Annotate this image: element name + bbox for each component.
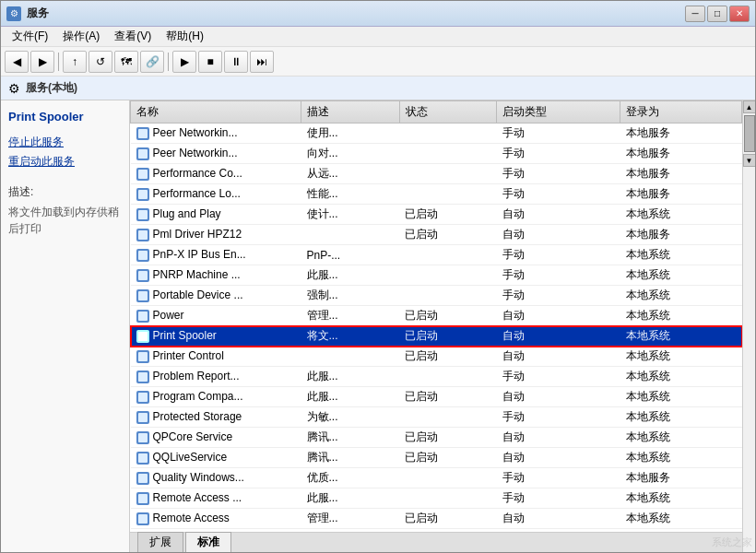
stop-button[interactable]: ■ <box>198 51 222 73</box>
service-status <box>399 265 496 286</box>
table-row[interactable]: Remote Access ...此服...手动本地系统 <box>131 488 742 509</box>
service-desc: 此服... <box>301 265 400 286</box>
table-row[interactable]: PNRP Machine ...此服...手动本地系统 <box>131 265 742 286</box>
service-status: 已启动 <box>399 509 496 529</box>
service-logon: 本地系统 <box>620 245 742 265</box>
service-status <box>399 144 496 164</box>
menu-help[interactable]: 帮助(H) <box>159 27 211 46</box>
table-row[interactable]: Plug and Play使计...已启动自动本地系统 <box>131 205 742 225</box>
service-startup: 手动 <box>497 124 620 144</box>
start-button[interactable]: ▶ <box>172 51 196 73</box>
close-button[interactable]: ✕ <box>729 6 750 22</box>
table-row[interactable]: PnP-X IP Bus En...PnP-...手动本地系统 <box>131 245 742 265</box>
service-startup: 自动 <box>497 428 620 448</box>
service-status <box>399 488 496 509</box>
service-icon <box>136 249 149 262</box>
service-name-cell: Remote Access <box>131 509 301 529</box>
table-row[interactable]: Problem Report...此服...手动本地系统 <box>131 367 742 387</box>
service-startup: 自动 <box>497 509 620 529</box>
stop-service-link[interactable]: 停止此服务 <box>8 135 122 150</box>
table-row[interactable]: Print Spooler将文...已启动自动本地系统 <box>131 326 742 347</box>
service-desc: 使计... <box>301 205 400 225</box>
service-icon <box>136 269 149 282</box>
service-desc: 将文... <box>301 326 400 347</box>
table-row[interactable]: Portable Device ...强制...手动本地系统 <box>131 286 742 306</box>
table-row[interactable]: Remote Access管理...已启动自动本地系统 <box>131 509 742 529</box>
service-icon <box>136 371 149 383</box>
service-logon: 本地系统 <box>620 509 742 529</box>
table-row[interactable]: Program Compa...此服...已启动自动本地系统 <box>131 387 742 407</box>
service-startup: 自动 <box>497 387 620 407</box>
service-desc <box>301 225 400 245</box>
maximize-button[interactable]: □ <box>707 6 727 22</box>
service-icon <box>136 208 149 221</box>
service-startup: 手动 <box>497 144 620 164</box>
table-row[interactable]: Printer Control已启动自动本地系统 <box>131 347 742 367</box>
service-logon: 本地系统 <box>620 387 742 407</box>
table-row[interactable]: Power管理...已启动自动本地系统 <box>131 306 742 326</box>
table-row[interactable]: Peer Networkin...使用...手动本地服务 <box>131 124 742 144</box>
back-button[interactable]: ◀ <box>5 51 29 73</box>
service-logon: 本地服务 <box>620 144 742 164</box>
table-row[interactable]: Peer Networkin...向对...手动本地服务 <box>131 144 742 164</box>
service-name-cell: QPCore Service <box>131 428 301 448</box>
table-row[interactable]: Protected Storage为敏...手动本地系统 <box>131 407 742 428</box>
service-logon: 本地系统 <box>620 347 742 367</box>
service-list-scroll[interactable]: 名称 描述 状态 启动类型 登录为 Peer Networkin...使用...… <box>130 100 742 532</box>
service-name-cell: Problem Report... <box>131 367 301 387</box>
menu-file[interactable]: 文件(F) <box>5 27 55 46</box>
table-row[interactable]: Performance Lo...性能...手动本地服务 <box>131 184 742 205</box>
service-startup: 手动 <box>497 468 620 488</box>
service-startup: 自动 <box>497 326 620 347</box>
col-logon[interactable]: 登录为 <box>620 101 742 124</box>
menu-bar: 文件(F) 操作(A) 查看(V) 帮助(H) <box>1 27 755 47</box>
service-status <box>399 124 496 144</box>
up-button[interactable]: ↑ <box>63 51 87 73</box>
col-status[interactable]: 状态 <box>399 101 496 124</box>
service-startup: 手动 <box>497 184 620 205</box>
table-row[interactable]: QPCore Service腾讯...已启动自动本地系统 <box>131 428 742 448</box>
table-row[interactable]: Pml Driver HPZ12已启动自动本地服务 <box>131 225 742 245</box>
address-icon: ⚙ <box>8 81 20 96</box>
left-panel: Print Spooler 停止此服务 重启动此服务 描述: 将文件加载到内存供… <box>1 100 130 552</box>
map-button[interactable]: 🗺 <box>114 51 138 73</box>
resume-button[interactable]: ⏭ <box>250 51 274 73</box>
connect-button[interactable]: 🔗 <box>140 51 164 73</box>
col-desc[interactable]: 描述 <box>301 101 400 124</box>
service-icon <box>136 472 149 485</box>
table-row[interactable]: Performance Co...从远...手动本地服务 <box>131 164 742 184</box>
refresh-button[interactable]: ↺ <box>89 51 112 73</box>
scroll-thumb[interactable] <box>744 115 755 152</box>
service-icon <box>136 330 149 343</box>
tab-standard[interactable]: 标准 <box>185 532 231 552</box>
menu-action[interactable]: 操作(A) <box>55 27 107 46</box>
restart-service-link[interactable]: 重启动此服务 <box>8 154 122 170</box>
table-row[interactable]: Quality Windows...优质...手动本地服务 <box>131 468 742 488</box>
service-status <box>399 367 496 387</box>
table-row[interactable]: QQLiveService腾讯...已启动自动本地系统 <box>131 448 742 468</box>
service-logon: 本地系统 <box>620 407 742 428</box>
table-header: 名称 描述 状态 启动类型 登录为 <box>131 101 742 124</box>
scroll-up-arrow[interactable]: ▲ <box>743 100 756 113</box>
scroll-down-arrow[interactable]: ▼ <box>743 154 756 167</box>
service-desc: 使用... <box>301 124 400 144</box>
vertical-scrollbar[interactable]: ▲ ▼ <box>742 100 755 552</box>
service-desc: 管理... <box>301 509 400 529</box>
service-icon <box>136 289 149 302</box>
service-status: 已启动 <box>399 326 496 347</box>
forward-button[interactable]: ▶ <box>30 51 54 73</box>
minimize-button[interactable]: ─ <box>685 6 705 22</box>
selected-service-title: Print Spooler <box>8 110 122 124</box>
menu-view[interactable]: 查看(V) <box>107 27 159 46</box>
service-startup: 自动 <box>497 205 620 225</box>
pause-button[interactable]: ⏸ <box>224 51 248 73</box>
service-desc: 此服... <box>301 488 400 509</box>
service-status <box>399 286 496 306</box>
toolbar-separator-1 <box>58 53 59 71</box>
service-icon <box>136 512 149 525</box>
service-status <box>399 164 496 184</box>
col-startup[interactable]: 启动类型 <box>497 101 620 124</box>
service-logon: 本地系统 <box>620 488 742 509</box>
tab-expand[interactable]: 扩展 <box>137 532 183 552</box>
col-name[interactable]: 名称 <box>131 101 301 124</box>
